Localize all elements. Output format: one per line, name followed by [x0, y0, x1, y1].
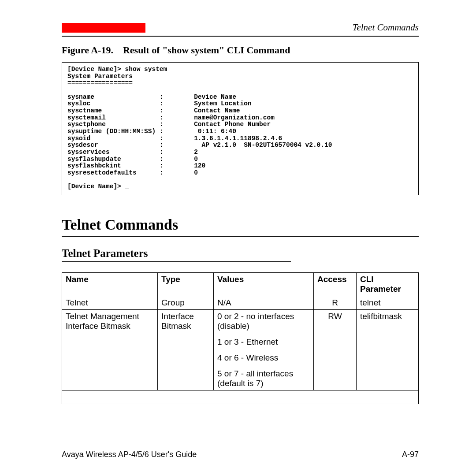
figure-label: Figure A-19.	[62, 45, 113, 56]
cell-cli: telifbitmask	[357, 309, 419, 390]
table-spacer-row	[62, 390, 419, 404]
subsection-title: Telnet Parameters	[62, 247, 419, 260]
table-row: Telnet Management Interface BitmaskInter…	[62, 309, 419, 390]
cell-values: N/A	[214, 296, 314, 309]
footer-right: A-97	[402, 450, 419, 459]
cell-access: RW	[314, 309, 357, 390]
page: Telnet Commands Figure A-19. Result of "…	[0, 0, 476, 476]
cell-access: R	[314, 296, 357, 309]
subsection-rule	[62, 261, 291, 262]
figure-title: Result of "show system" CLI Command	[123, 45, 290, 56]
parameters-table: Name Type Values Access CLI Parameter Te…	[62, 272, 419, 404]
cell-name: Telnet	[62, 296, 158, 309]
col-cli: CLI Parameter	[357, 272, 419, 296]
cell-type: Group	[158, 296, 214, 309]
terminal-output: [Device Name]> show system System Parame…	[62, 62, 419, 195]
col-name: Name	[62, 272, 158, 296]
section-title: Telnet Commands	[62, 216, 419, 233]
table-header-row: Name Type Values Access CLI Parameter	[62, 272, 419, 296]
header-bar: Telnet Commands	[62, 22, 419, 37]
cell-cli: telnet	[357, 296, 419, 309]
col-type: Type	[158, 272, 214, 296]
cell-values: 0 or 2 - no interfaces (disable)1 or 3 -…	[214, 309, 314, 390]
page-footer: Avaya Wireless AP-4/5/6 User's Guide A-9…	[62, 450, 419, 459]
col-values: Values	[214, 272, 314, 296]
section-rule	[62, 236, 419, 237]
red-accent-block	[62, 23, 145, 33]
col-access: Access	[314, 272, 357, 296]
figure-caption: Figure A-19. Result of "show system" CLI…	[62, 45, 419, 56]
header-title: Telnet Commands	[353, 22, 419, 33]
cell-name: Telnet Management Interface Bitmask	[62, 309, 158, 390]
footer-left: Avaya Wireless AP-4/5/6 User's Guide	[62, 450, 197, 459]
cell-type: Interface Bitmask	[158, 309, 214, 390]
table-row: TelnetGroupN/ARtelnet	[62, 296, 419, 309]
